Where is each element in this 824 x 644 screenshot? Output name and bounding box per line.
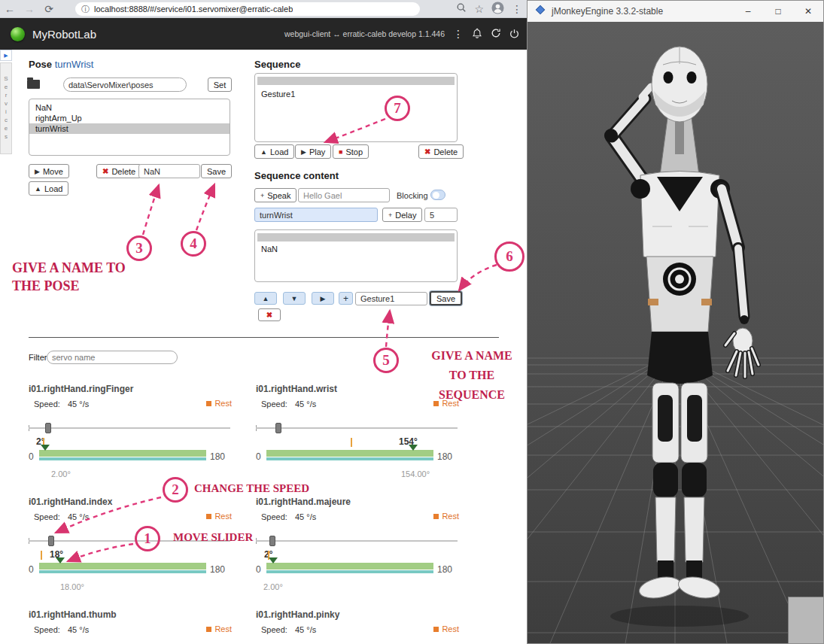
position-readout: 2.00° [51,469,71,478]
address-bar[interactable]: ⓘ localhost:8888/#/service/i01.servomixe… [75,2,420,16]
position-slider[interactable]: 0 180 [29,563,233,578]
position-track[interactable] [266,450,433,460]
folder-icon[interactable] [27,80,40,89]
jme-titlebar[interactable]: jMonkeyEngine 3.3.2-stable – □ ✕ [528,1,823,22]
sequence-content-list[interactable]: NaN [254,229,458,282]
save-pose-button[interactable]: Save [201,164,232,178]
pose-name-input[interactable] [138,164,200,178]
servo-card: i01.rightHand.ringFinger Speed: 45 °/s R… [29,384,233,483]
move-up-button[interactable]: ▲ [254,292,277,305]
move-button[interactable]: ▶ Move [29,164,69,178]
delete-sequence-button[interactable]: ✖ Delete [418,144,464,159]
speed-slider[interactable] [256,423,458,433]
bell-icon[interactable] [472,28,482,40]
pose-select-input[interactable] [254,208,378,222]
load-sequence-button[interactable]: ▲ Load [254,144,294,159]
sequence-name-input[interactable] [355,292,427,305]
poses-path-input[interactable] [63,77,187,92]
speak-text-input[interactable] [298,188,390,202]
bookmark-star-icon[interactable]: ☆ [474,3,484,15]
add-delay-button[interactable]: + Delay [382,208,422,222]
position-slider[interactable]: 0 180 [29,450,233,465]
rest-button[interactable]: Rest [206,399,232,408]
mrl-logo[interactable] [11,27,25,41]
annotation-step-2: 2 [163,477,188,503]
3d-viewport[interactable] [528,22,823,643]
maximize-icon[interactable]: □ [763,1,793,22]
position-marker[interactable] [56,557,65,564]
avatar[interactable] [491,2,504,17]
browser-reload-icon[interactable]: ⟳ [39,3,59,15]
site-info-icon[interactable]: ⓘ [81,4,90,15]
delete-pose-button[interactable]: ✖ Delete [96,164,141,178]
speed-label: Speed: [34,399,60,409]
speed-slider[interactable] [29,423,230,433]
position-slider[interactable]: 0 180 [256,563,461,578]
services-panel: ▶ Services [0,50,13,163]
rest-button[interactable]: Rest [433,624,459,633]
position-marker[interactable] [41,445,50,451]
list-item-selected[interactable]: turnWrist [29,123,230,134]
expand-services-icon[interactable]: ▶ [0,50,12,61]
speed-slider[interactable] [256,536,458,546]
position-track[interactable] [39,563,206,573]
selected-row[interactable] [257,233,455,242]
pose-list[interactable]: NaN rightArm_Up turnWrist [29,99,230,156]
speed-slider-handle[interactable] [269,536,275,546]
blocking-toggle[interactable] [430,190,445,200]
rest-button[interactable]: Rest [433,512,459,521]
rest-button[interactable]: Rest [206,624,232,633]
refresh-icon[interactable] [491,28,501,40]
speed-value: 45 °/s [68,625,89,634]
annotation-step-5: 5 [373,348,399,373]
play-icon: ▶ [321,295,326,302]
range-max: 180 [437,564,452,575]
browser-forward-icon[interactable]: → [20,3,39,15]
sequence-list[interactable]: Gesture1 [254,73,458,142]
list-item[interactable]: NaN [255,244,457,254]
selected-row[interactable] [257,77,455,85]
header-menu-icon[interactable]: ⋮ [453,29,464,39]
position-slider[interactable]: 0 180 [256,450,461,465]
load-pose-button[interactable]: ▲ Load [29,181,68,196]
move-down-button[interactable]: ▼ [283,292,306,305]
minimize-icon[interactable]: – [733,1,763,22]
section-divider [29,337,499,338]
position-marker[interactable] [409,445,418,451]
run-step-button[interactable]: ▶ [312,292,334,305]
pose-label: Pose [29,59,52,70]
range-max: 180 [437,451,452,462]
play-icon: ▶ [301,148,306,156]
play-sequence-button[interactable]: ▶ Play [295,144,331,159]
position-readout: 2.00° [263,582,283,591]
range-min: 0 [256,451,261,462]
url-text[interactable]: localhost:8888/#/service/i01.servomixer@… [94,5,293,14]
stop-sequence-button[interactable]: ■ Stop [333,144,369,159]
power-icon[interactable] [509,29,519,40]
speed-slider-handle[interactable] [275,423,281,433]
list-item[interactable]: rightArm_Up [29,113,230,123]
add-step-button[interactable]: + [339,292,353,305]
position-track[interactable] [39,450,206,460]
browser-back-icon[interactable]: ← [0,3,20,15]
save-sequence-button[interactable]: Save [430,291,462,305]
position-track[interactable] [266,563,433,573]
add-speak-button[interactable]: + Speak [254,188,296,202]
down-icon: ▼ [291,295,298,302]
servo-filter-input[interactable] [47,351,178,364]
search-icon[interactable] [456,2,467,16]
remove-step-button[interactable]: ✖ [258,308,281,321]
speed-slider-handle[interactable] [48,536,54,546]
list-item[interactable]: Gesture1 [255,89,457,99]
set-path-button[interactable]: Set [208,77,232,92]
load-icon: ▲ [260,148,267,156]
delay-value-input[interactable] [424,208,458,222]
sidebar-tab-services[interactable]: Services [0,62,12,154]
close-icon[interactable]: ✕ [793,1,823,22]
rest-button[interactable]: Rest [206,512,232,521]
servo-name: i01.rightHand.wrist [256,384,337,394]
speed-slider-handle[interactable] [45,423,51,433]
position-marker[interactable] [269,557,278,564]
list-item[interactable]: NaN [29,102,230,113]
browser-menu-icon[interactable]: ⋮ [512,3,522,15]
